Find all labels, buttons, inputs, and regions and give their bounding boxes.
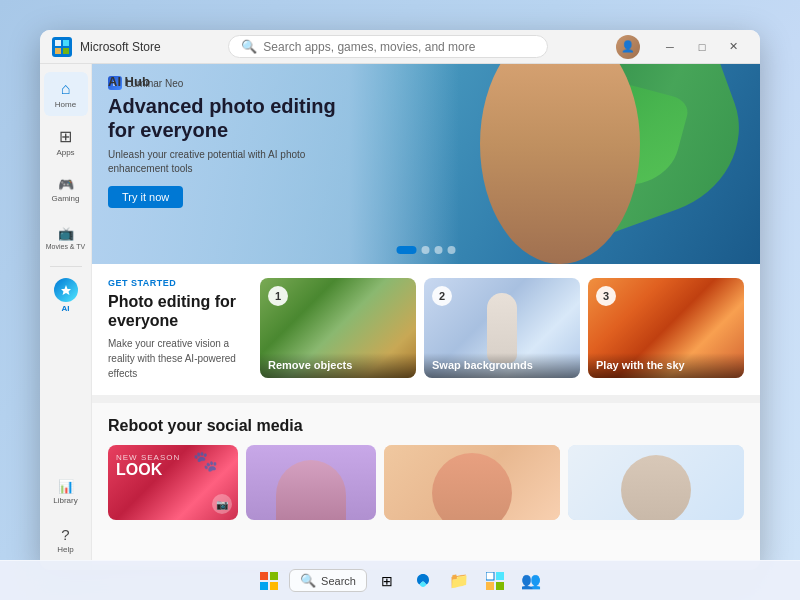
photo-editing-description: Make your creative vision a reality with… (108, 336, 248, 381)
maximize-button[interactable]: □ (688, 36, 716, 58)
taskbar-edge[interactable] (407, 565, 439, 597)
close-button[interactable]: ✕ (720, 36, 748, 58)
app-logo (52, 37, 72, 57)
photo-editing-section: GET STARTED Photo editing for everyone M… (92, 264, 760, 395)
svg-rect-7 (260, 582, 268, 590)
hero-cta-button[interactable]: Try it now (108, 186, 183, 208)
sidebar-item-label-apps: Apps (56, 148, 74, 157)
hero-title: Advanced photo editing for everyone (108, 94, 348, 142)
sidebar-item-help[interactable]: ? Help (44, 518, 88, 562)
sidebar-item-label-home: Home (55, 100, 76, 109)
taskbar: 🔍 Search ⊞ 📁 👥 (0, 560, 800, 600)
sidebar-item-label-library: Library (53, 496, 77, 505)
photo-editing-cards: 1 Remove objects 2 Swap backgrounds (260, 278, 744, 378)
rcard-4-face (621, 455, 691, 520)
reboot-card-1[interactable]: NEW SEASON LOOK 🐾 📷 (108, 445, 238, 520)
sidebar-item-library[interactable]: 📊 Library (44, 470, 88, 514)
main-layout: ⌂ Home ⊞ Apps 🎮 Gaming 📺 Movies & TV AI (40, 64, 760, 570)
svg-rect-5 (260, 572, 268, 580)
sidebar-item-movies[interactable]: 📺 Movies & TV (44, 216, 88, 260)
get-started-label: GET STARTED (108, 278, 248, 288)
rcard-3-face (432, 453, 512, 521)
card-number-2: 2 (432, 286, 452, 306)
reboot-section: Reboot your social media NEW SEASON LOOK… (92, 403, 760, 530)
svg-rect-6 (270, 572, 278, 580)
person-silhouette (276, 460, 346, 520)
window-controls: ─ □ ✕ (656, 36, 748, 58)
card-number-1: 1 (268, 286, 288, 306)
svg-rect-8 (270, 582, 278, 590)
edit-card-remove-objects[interactable]: 1 Remove objects (260, 278, 416, 378)
sidebar-item-label-help: Help (57, 545, 73, 554)
rcard-1-content: NEW SEASON LOOK (108, 445, 238, 486)
hero-pagination-dots (397, 246, 456, 254)
rcard-2-person (246, 445, 376, 520)
hero-dot-1[interactable] (397, 246, 417, 254)
search-bar[interactable]: 🔍 (228, 35, 548, 58)
svg-rect-9 (486, 572, 494, 580)
reboot-card-2[interactable] (246, 445, 376, 520)
hero-dot-2[interactable] (422, 246, 430, 254)
sidebar-item-label-movies: Movies & TV (46, 243, 86, 250)
paw-decoration: 🐾 (193, 449, 218, 473)
help-icon: ? (61, 526, 69, 543)
reboot-card-4[interactable] (568, 445, 744, 520)
taskbar-store[interactable] (479, 565, 511, 597)
movies-icon: 📺 (58, 226, 74, 241)
hero-dot-3[interactable] (435, 246, 443, 254)
ai-icon (54, 278, 78, 302)
sidebar-item-gaming[interactable]: 🎮 Gaming (44, 168, 88, 212)
sidebar-item-home[interactable]: ⌂ Home (44, 72, 88, 116)
svg-rect-0 (55, 40, 61, 46)
avatar[interactable]: 👤 (616, 35, 640, 59)
photo-editing-title: Photo editing for everyone (108, 292, 248, 330)
svg-rect-3 (63, 48, 69, 54)
card-number-3: 3 (596, 286, 616, 306)
taskbar-teams[interactable]: 👥 (515, 565, 547, 597)
rcard-4-bg (568, 445, 744, 520)
svg-rect-11 (486, 582, 494, 590)
sidebar-item-ai[interactable]: AI (44, 273, 88, 317)
sidebar-item-apps[interactable]: ⊞ Apps (44, 120, 88, 164)
content-area: L Luminar Neo Advanced photo editing for… (92, 64, 760, 570)
rcard-1-icon: 📷 (212, 494, 232, 514)
ai-hub-label: AI Hub (108, 74, 150, 89)
reboot-title: Reboot your social media (108, 417, 744, 435)
home-icon: ⌂ (61, 80, 71, 98)
edit-card-swap-backgrounds[interactable]: 2 Swap backgrounds (424, 278, 580, 378)
taskbar-start[interactable] (253, 565, 285, 597)
library-icon: 📊 (58, 479, 74, 494)
sidebar-item-label-gaming: Gaming (51, 194, 79, 203)
app-title: Microsoft Store (80, 40, 161, 54)
search-icon: 🔍 (241, 39, 257, 54)
gaming-icon: 🎮 (58, 177, 74, 192)
svg-rect-10 (496, 572, 504, 580)
reboot-card-3[interactable] (384, 445, 560, 520)
search-input[interactable] (263, 40, 535, 54)
minimize-button[interactable]: ─ (656, 36, 684, 58)
card-label-play-sky: Play with the sky (588, 353, 744, 378)
ai-label: AI (62, 304, 70, 313)
titlebar: Microsoft Store 🔍 👤 ─ □ ✕ (40, 30, 760, 64)
reboot-cards: NEW SEASON LOOK 🐾 📷 (108, 445, 744, 520)
rcard-3-bg (384, 445, 560, 520)
sidebar: ⌂ Home ⊞ Apps 🎮 Gaming 📺 Movies & TV AI (40, 64, 92, 570)
hero-dot-4[interactable] (448, 246, 456, 254)
taskbar-folder[interactable]: 📁 (443, 565, 475, 597)
taskbar-search-label: Search (321, 575, 356, 587)
card-label-swap-backgrounds: Swap backgrounds (424, 353, 580, 378)
card-label-remove-objects: Remove objects (260, 353, 416, 378)
svg-rect-12 (496, 582, 504, 590)
photo-editing-left: GET STARTED Photo editing for everyone M… (108, 278, 248, 381)
svg-rect-1 (63, 40, 69, 46)
app-window: Microsoft Store 🔍 👤 ─ □ ✕ ⌂ Home ⊞ Apps … (40, 30, 760, 570)
apps-icon: ⊞ (59, 127, 72, 146)
hero-content: L Luminar Neo Advanced photo editing for… (108, 76, 348, 208)
taskbar-search[interactable]: 🔍 Search (289, 569, 367, 592)
svg-rect-2 (55, 48, 61, 54)
hero-banner: L Luminar Neo Advanced photo editing for… (92, 64, 760, 264)
taskbar-widgets[interactable]: ⊞ (371, 565, 403, 597)
edit-card-play-sky[interactable]: 3 Play with the sky (588, 278, 744, 378)
section-divider (92, 395, 760, 403)
taskbar-search-icon: 🔍 (300, 573, 316, 588)
